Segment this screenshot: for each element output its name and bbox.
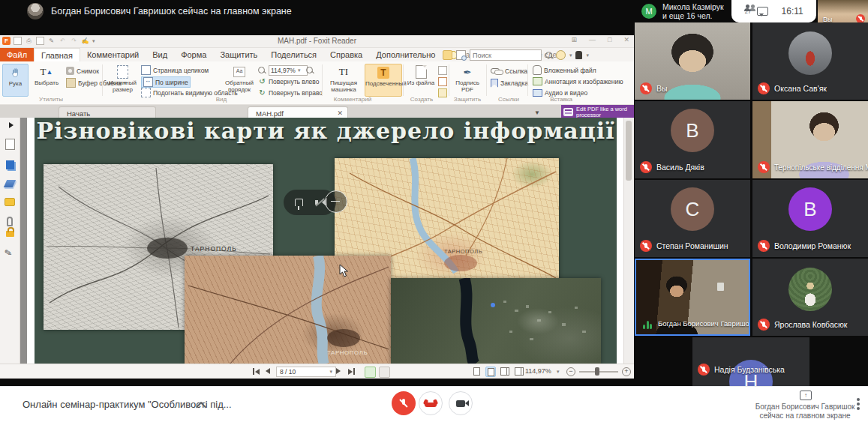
participant-name: Надія Будзанівська: [714, 365, 785, 374]
snapshot-button[interactable]: Снимок: [66, 66, 99, 76]
more-options-icon[interactable]: [857, 398, 860, 401]
leave-call-button[interactable]: [419, 391, 443, 415]
highlight-button[interactable]: T Подсвеченный: [365, 64, 402, 97]
scrollbar-thumb[interactable]: [626, 121, 632, 181]
zoom-in-button[interactable]: [306, 65, 313, 75]
from-file-button[interactable]: Из файла: [406, 64, 436, 95]
account-caret-icon[interactable]: ▾: [586, 52, 589, 58]
advanced-search-icon[interactable]: [456, 50, 466, 60]
pages-panel-icon[interactable]: [5, 139, 15, 150]
reverse-order-button[interactable]: Aa Обратный порядок: [222, 64, 257, 95]
sidebar-expand-icon[interactable]: [9, 122, 17, 128]
chat-icon[interactable]: [757, 7, 768, 16]
rotate-right-button[interactable]: ↻ Повернуть вправо: [258, 88, 323, 97]
create-mini-button-1[interactable]: [438, 65, 447, 75]
close-icon[interactable]: ✕: [623, 36, 629, 43]
first-page-button[interactable]: [253, 368, 260, 375]
create-mini-button-3[interactable]: [438, 88, 447, 97]
group-label-insert: Вставка: [550, 96, 572, 103]
link-button[interactable]: Ссылка: [491, 66, 527, 76]
single-page-view-icon[interactable]: [472, 367, 481, 376]
zoom-out-status-icon[interactable]: −: [566, 367, 575, 376]
zoom-level-box[interactable]: 114,97% ▾: [269, 65, 308, 76]
self-view-thumbnail[interactable]: Вы: [818, 0, 868, 25]
layers-panel-icon[interactable]: [4, 180, 16, 187]
select-tool-button[interactable]: T▲ Выбрать: [29, 64, 64, 95]
tab-protect[interactable]: Защитить: [213, 48, 264, 61]
next-page-button[interactable]: [336, 368, 341, 374]
participant-tile[interactable]: В Володимир Романюк: [752, 180, 868, 257]
tab-form[interactable]: Форма: [174, 48, 213, 61]
bookmarks-panel-icon[interactable]: [6, 160, 14, 169]
camera-toggle-button[interactable]: [449, 391, 473, 415]
page-number-box[interactable]: 8 / 10 ▾: [276, 367, 336, 377]
full-page-icon: [141, 65, 151, 75]
facing-continuous-view-icon[interactable]: [513, 367, 522, 376]
tab-comment[interactable]: Комментарий: [80, 48, 146, 61]
continuous-view-icon[interactable]: [485, 367, 496, 377]
sign-pdf-button[interactable]: ✒ Подпись PDF: [452, 64, 483, 95]
status-zoom-caret-icon[interactable]: ▾: [557, 369, 560, 375]
highlight-icon: T: [365, 66, 401, 79]
signatures-panel-icon[interactable]: ✎: [3, 247, 16, 259]
bookmark-button[interactable]: Закладка: [491, 78, 528, 88]
facing-view-icon[interactable]: [499, 367, 508, 376]
group-divider: [486, 64, 487, 96]
fit-width-button[interactable]: По ширине: [141, 76, 191, 88]
minimize-icon[interactable]: —: [589, 36, 596, 43]
account-icon[interactable]: [575, 51, 582, 59]
typewriter-button[interactable]: TI Пишущая машинка: [326, 64, 362, 95]
last-page-button[interactable]: [348, 368, 355, 375]
clipboard-status-icon[interactable]: [379, 367, 390, 378]
audio-muted-icon[interactable]: [314, 198, 325, 207]
pin-icon[interactable]: [295, 199, 303, 206]
actual-size-button[interactable]: Истинный размер: [106, 64, 140, 95]
hand-tool-button[interactable]: Рука: [2, 64, 29, 97]
group-label-tools: Утилиты: [39, 96, 63, 103]
vertical-scrollbar[interactable]: [623, 118, 634, 364]
tab-help[interactable]: Справка: [323, 48, 369, 61]
participant-tile[interactable]: В Василь Дяків: [635, 101, 750, 178]
full-page-button[interactable]: Страница целиком: [141, 65, 209, 75]
remove-tile-icon[interactable]: [325, 190, 347, 213]
avatar-photo: [788, 268, 832, 311]
tab-extra[interactable]: Дополнительно: [369, 48, 442, 61]
attachments-panel-icon[interactable]: [7, 217, 13, 226]
mic-toggle-button[interactable]: [392, 391, 416, 415]
mic-muted-badge: [758, 82, 770, 94]
security-panel-icon[interactable]: [6, 231, 14, 237]
roster-more: и еще 16 чел.: [662, 11, 713, 20]
zoom-in-status-icon[interactable]: +: [622, 367, 631, 376]
zoom-out-button[interactable]: [258, 65, 265, 75]
presenting-status: Богдан Борисович Гавришок сейчас на глав…: [745, 403, 865, 421]
tab-file[interactable]: Файл: [0, 48, 34, 61]
participant-tile-you[interactable]: Вы: [635, 22, 750, 100]
search-input[interactable]: [470, 49, 542, 61]
image-annotation-button[interactable]: Аннотация к изображению: [533, 76, 623, 86]
tab-view[interactable]: Вид: [146, 48, 174, 61]
comments-panel-icon[interactable]: [5, 198, 15, 206]
audio-video-icon: [533, 89, 542, 97]
previous-page-button[interactable]: [266, 368, 270, 374]
zoom-slider-handle[interactable]: [595, 367, 599, 376]
snapshot-status-icon[interactable]: [365, 367, 376, 378]
mic-muted-badge: [758, 161, 770, 173]
sticky-note-icon[interactable]: [443, 50, 452, 60]
tab-share[interactable]: Поделиться: [264, 48, 323, 61]
tab-list-caret-icon[interactable]: ▼: [534, 109, 540, 116]
participant-tile[interactable]: Ярослава Ковбасюк: [752, 259, 868, 336]
participant-tile[interactable]: С Степан Романишин: [635, 180, 750, 257]
layout-grid-icon[interactable]: ⊞: [571, 36, 577, 43]
tab-home[interactable]: Главная: [34, 48, 80, 61]
feedback-smiley-icon[interactable]: [556, 50, 566, 60]
restore-icon[interactable]: □: [608, 36, 611, 43]
participant-tile[interactable]: Тернопільське відділення МА...: [752, 101, 868, 178]
participant-tile[interactable]: Оксана Сав'як: [752, 22, 868, 100]
feedback-caret-icon[interactable]: ▾: [569, 52, 572, 58]
attachment-button[interactable]: Вложенный файл: [533, 65, 596, 75]
edit-pdf-icon: [563, 108, 573, 116]
rotate-left-button[interactable]: ↺ Повернуть влево: [258, 76, 320, 86]
create-mini-button-2[interactable]: [438, 76, 447, 86]
participant-tile-presenter[interactable]: Богдан Борисович Гавришок: [635, 259, 750, 336]
search-icon[interactable]: [545, 52, 552, 58]
